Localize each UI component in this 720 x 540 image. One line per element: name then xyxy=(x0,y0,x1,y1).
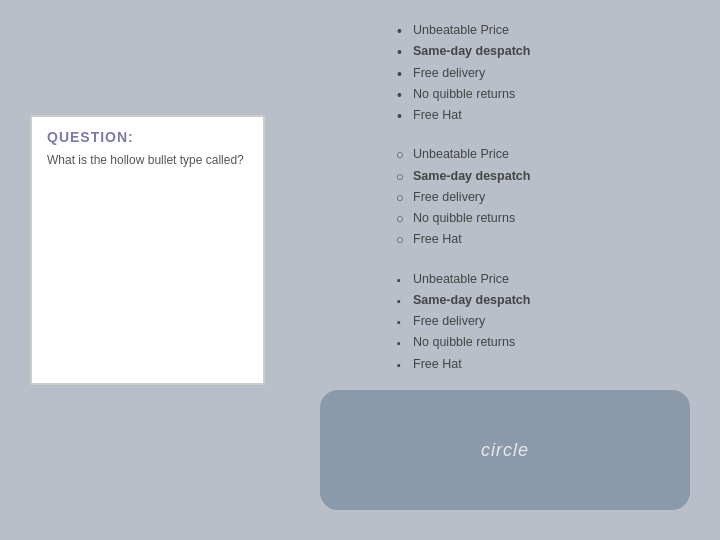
main-container: QUESTION: What is the hollow bullet type… xyxy=(0,0,720,540)
answer-text: circle xyxy=(481,440,529,461)
list-item: Same-day despatch xyxy=(395,41,695,62)
list-item: Free Hat xyxy=(395,229,695,250)
list-item: Unbeatable Price xyxy=(395,144,695,165)
circle-list: Unbeatable Price Same-day despatch Free … xyxy=(395,144,695,250)
list-item: No quibble returns xyxy=(395,84,695,105)
question-box: QUESTION: What is the hollow bullet type… xyxy=(30,115,265,385)
list-item: No quibble returns xyxy=(395,208,695,229)
square-list: Unbeatable Price Same-day despatch Free … xyxy=(395,269,695,375)
list-item: Unbeatable Price xyxy=(395,269,695,290)
disc-list-section: Unbeatable Price Same-day despatch Free … xyxy=(395,20,695,126)
answer-box: circle xyxy=(320,390,690,510)
list-item: Free delivery xyxy=(395,311,695,332)
question-text: What is the hollow bullet type called? xyxy=(32,151,263,169)
list-item: Free Hat xyxy=(395,105,695,126)
list-item: Free delivery xyxy=(395,187,695,208)
circle-list-section: Unbeatable Price Same-day despatch Free … xyxy=(395,144,695,250)
list-item: Unbeatable Price xyxy=(395,20,695,41)
list-item: Free delivery xyxy=(395,63,695,84)
list-item: Free Hat xyxy=(395,354,695,375)
list-item: No quibble returns xyxy=(395,332,695,353)
list-item: Same-day despatch xyxy=(395,290,695,311)
square-list-section: Unbeatable Price Same-day despatch Free … xyxy=(395,269,695,375)
list-item: Same-day despatch xyxy=(395,166,695,187)
disc-list: Unbeatable Price Same-day despatch Free … xyxy=(395,20,695,126)
lists-area: Unbeatable Price Same-day despatch Free … xyxy=(395,20,695,393)
question-title: QUESTION: xyxy=(32,117,263,151)
